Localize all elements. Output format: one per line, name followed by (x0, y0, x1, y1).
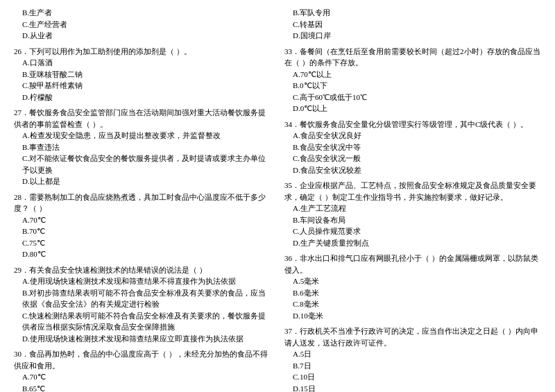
question-28: 28．需要熟制加工的食品应烧熟煮透，具加工时食品中心温度应不低于多少度？（ ） … (14, 191, 271, 260)
q37-option-d: D.15日 (284, 383, 541, 393)
question-35: 35．企业应根据产品、工艺特点，按照食品安全标准规定及食品质量安全要求，确定（ … (284, 180, 541, 248)
question-33: 33．备餐间（在烹饪后至食用前需要较长时间（超过2小时）存放的食品应当在（ ）的… (284, 46, 541, 114)
q35-option-d: D.生产关键质量控制点 (284, 237, 541, 249)
option-b-military: B.军队专用 (284, 7, 541, 19)
q33-option-a: A.70℃以上 (284, 69, 541, 80)
q26-option-a: A.口落酒 (14, 57, 271, 69)
q27-option-a: A.检查发现安全隐患，应当及时提出整改要求，并监督整改 (14, 130, 271, 142)
q27-option-d: D.以上都是 (14, 176, 271, 187)
two-column-layout: B.生产者 C.生产经营者 D.从业者 26．下列可以用作为加工助剂使用的添加剂… (14, 7, 541, 392)
q26-option-c: C.羧甲基纤维素钠 (14, 80, 271, 92)
q30-title: 30．食品再加热时，食品的中心温度应高于（ ），未经充分加热的食品不得供应和食用… (14, 348, 271, 371)
q26-title: 26．下列可以用作为加工助剂使用的添加剂是（ ）。 (14, 46, 271, 58)
q36-option-d: D.10毫米 (284, 310, 541, 322)
question-36: 36．非水出口和排气口应有网眼孔径小于（ ）的金属隔栅或网罩，以防鼠类侵入。 A… (284, 253, 541, 321)
continuation-block: B.生产者 C.生产经营者 D.从业者 (14, 7, 271, 42)
q28-option-a: A.70℃ (14, 214, 271, 226)
q27-option-c: C.对不能依证餐饮食品安全的餐饮服务提供者，及时提请或要求主办单位予以更换 (14, 153, 271, 176)
q30-option-a: A.70℃ (14, 371, 271, 383)
page-container: B.生产者 C.生产经营者 D.从业者 26．下列可以用作为加工助剂使用的添加剂… (14, 7, 541, 392)
question-34: 34．餐饮服务食品安全量化分级管理实行等级管理，其中C级代表（ ）。 A.食品安… (284, 119, 541, 176)
q29-option-c: C.快速检测结果表明可能不符合食品安全标准及有关要求的，餐饮服务提供者应当根据实… (14, 310, 271, 333)
question-29: 29．有关食品安全快速检测技术的结果错误的说法是（ ） A.使用现场快速检测技术… (14, 264, 271, 345)
question-30: 30．食品再加热时，食品的中心温度应高于（ ），未经充分加热的食品不得供应和食用… (14, 348, 271, 392)
q36-option-c: C.8毫米 (284, 298, 541, 310)
q35-option-b: B.车间设备布局 (284, 214, 541, 226)
q36-title: 36．非水出口和排气口应有网眼孔径小于（ ）的金属隔栅或网罩，以防鼠类侵入。 (284, 253, 541, 275)
continuation-block-right: B.军队专用 C.转基因 D.国境口岸 (284, 7, 541, 42)
q37-option-b: B.7日 (284, 360, 541, 372)
q34-option-b: B.食品安全状况中等 (284, 142, 541, 153)
q27-title: 27．餐饮服务食品安全监管部门应当在活动期间加强对重大活动餐饮服务提供者的事前监… (14, 107, 271, 130)
q35-option-c: C.人员操作规范要求 (284, 225, 541, 237)
q36-option-a: A.5毫米 (284, 275, 541, 287)
q33-option-b: B.0℃以下 (284, 80, 541, 92)
q28-option-d: D.80℃ (14, 248, 271, 260)
q33-option-d: D.0℃以上 (284, 103, 541, 114)
q35-option-a: A.生产工艺流程 (284, 203, 541, 214)
left-column: B.生产者 C.生产经营者 D.从业者 26．下列可以用作为加工助剂使用的添加剂… (14, 7, 271, 392)
q37-title: 37．行政机关不当准予行政许可的决定，应当自作出决定之日起（ ）内向申请人送发，… (284, 325, 541, 348)
q34-option-d: D.食品安全状况较差 (284, 164, 541, 176)
q33-option-c: C.高于60℃或低于10℃ (284, 92, 541, 103)
option-d-border: D.国境口岸 (284, 30, 541, 42)
q29-option-b: B.对初步筛查结果表明可能不符合食品安全标准及有关要求的食品，应当依据《食品安全… (14, 287, 271, 310)
option-c-manager: C.生产经营者 (14, 19, 271, 31)
q28-option-b: B.70℃ (14, 225, 271, 237)
q37-option-c: C.10日 (284, 371, 541, 383)
option-c-gmo: C.转基因 (284, 19, 541, 31)
question-27: 27．餐饮服务食品安全监管部门应当在活动期间加强对重大活动餐饮服务提供者的事前监… (14, 107, 271, 187)
question-26: 26．下列可以用作为加工助剂使用的添加剂是（ ）。 A.口落酒 B.亚咪核苷酸二… (14, 46, 271, 103)
q29-option-a: A.使用现场快速检测技术发现和筛查结果不得直接作为执法依据 (14, 275, 271, 287)
q30-option-b: B.65℃ (14, 383, 271, 393)
q26-option-d: D.柠檬酸 (14, 92, 271, 103)
q28-title: 28．需要熟制加工的食品应烧熟煮透，具加工时食品中心温度应不低于多少度？（ ） (14, 191, 271, 214)
q34-title: 34．餐饮服务食品安全量化分级管理实行等级管理，其中C级代表（ ）。 (284, 119, 541, 130)
option-b-producer: B.生产者 (14, 7, 271, 19)
question-37: 37．行政机关不当准予行政许可的决定，应当自作出决定之日起（ ）内向申请人送发，… (284, 325, 541, 392)
q27-option-b: B.事查违法 (14, 142, 271, 153)
q29-option-d: D.使用现场快速检测技术发现和筛查结果应立即直接作为执法依据 (14, 333, 271, 345)
q35-title: 35．企业应根据产品、工艺特点，按照食品安全标准规定及食品质量安全要求，确定（ … (284, 180, 541, 203)
q37-option-a: A.5日 (284, 348, 541, 360)
q29-title: 29．有关食品安全快速检测技术的结果错误的说法是（ ） (14, 264, 271, 276)
q26-option-b: B.亚咪核苷酸二钠 (14, 69, 271, 80)
q34-option-c: C.食品安全状况一般 (284, 153, 541, 164)
q34-option-a: A.食品安全状况良好 (284, 130, 541, 142)
q36-option-b: B.6毫米 (284, 287, 541, 299)
q28-option-c: C.75℃ (14, 237, 271, 249)
option-d-worker: D.从业者 (14, 30, 271, 42)
q33-title: 33．备餐间（在烹饪后至食用前需要较长时间（超过2小时）存放的食品应当在（ ）的… (284, 46, 541, 69)
right-column: B.军队专用 C.转基因 D.国境口岸 33．备餐间（在烹饪后至食用前需要较长时… (284, 7, 541, 392)
